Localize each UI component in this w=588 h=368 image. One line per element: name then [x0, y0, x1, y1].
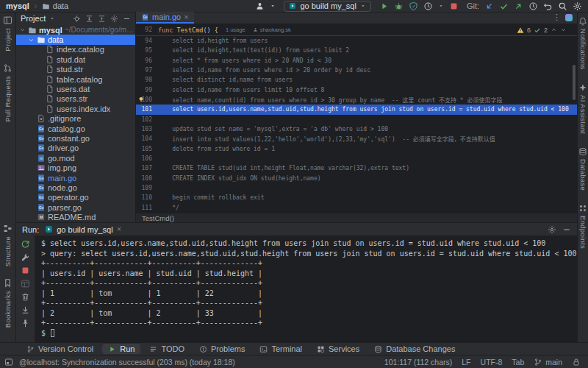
- code-line-106[interactable]: 106: [136, 154, 577, 163]
- close-icon[interactable]: ×: [184, 13, 188, 21]
- tree-item-stud-dat[interactable]: stud.dat: [16, 54, 135, 64]
- code-line-101[interactable]: 101 select users.id,users.name,stud.uid,…: [136, 105, 577, 114]
- settings-icon[interactable]: [548, 225, 556, 234]
- toolwindow-tab-database-changes[interactable]: Database Changes: [368, 344, 461, 354]
- ai-assistant-icon[interactable]: [565, 14, 573, 21]
- code-line-110[interactable]: 110 begin commit rollback exit: [136, 193, 577, 202]
- tree-item-go-mod[interactable]: mgo.mod: [16, 153, 135, 163]
- toolwindow-tab-version-control[interactable]: Version Control: [21, 344, 99, 354]
- tree-item-index-catalog[interactable]: index.catalog: [16, 45, 135, 54]
- restore-icon[interactable]: [21, 279, 30, 289]
- tool-stripe-ai-assistant[interactable]: AI Assistant: [578, 83, 587, 134]
- scrollend-icon[interactable]: [21, 305, 30, 315]
- tool-stripe-structure[interactable]: Structure: [3, 224, 12, 266]
- update-icon[interactable]: [484, 1, 494, 11]
- code-line-105[interactable]: 105 delete from stud where id = 1: [136, 144, 577, 154]
- settings-icon[interactable]: [573, 1, 582, 11]
- tool-stripe-pull-requests[interactable]: Pull Requests: [3, 63, 12, 122]
- profiler-icon[interactable]: [423, 1, 433, 11]
- tool-stripe-bookmarks[interactable]: Bookmarks: [3, 278, 12, 328]
- toolwindow-tab-todo[interactable]: TODO: [143, 344, 190, 354]
- code-line-95[interactable]: 95 select id,height,test(test(id)) from …: [136, 46, 577, 55]
- inspections-widget[interactable]: 6 2: [517, 26, 577, 34]
- settings-icon[interactable]: [110, 15, 118, 23]
- editor-scrollbar[interactable]: [573, 65, 576, 100]
- tree-item-img-png[interactable]: img.png: [16, 163, 135, 172]
- run-icon[interactable]: [379, 1, 389, 11]
- toolwindow-tab-services[interactable]: Services: [311, 344, 365, 354]
- code-line-107[interactable]: 107 CREATE TABLE stud(uid int,height Flo…: [136, 163, 577, 173]
- status-utf-8[interactable]: UTF-8: [481, 358, 503, 367]
- prev-problem-icon[interactable]: [551, 26, 557, 33]
- chevron-down-icon[interactable]: [270, 3, 276, 9]
- tree-item-data[interactable]: data: [16, 35, 135, 44]
- tree-item-constant-go[interactable]: Goconstant.go: [16, 133, 135, 143]
- tree-item-operator-go[interactable]: Gooperator.go: [16, 193, 135, 202]
- toolwindow-tab-terminal[interactable]: Terminal: [254, 344, 308, 354]
- toolwindow-tab-run[interactable]: Run: [102, 344, 140, 354]
- status-lf[interactable]: LF: [462, 358, 470, 367]
- chevron-down-icon[interactable]: [19, 26, 26, 33]
- code-line-103[interactable]: 103 update stud set name = 'mysql',extra…: [136, 124, 577, 134]
- stop-icon[interactable]: [21, 266, 30, 275]
- commit-icon[interactable]: [499, 1, 509, 11]
- status-message[interactable]: @localhost: Synchronization successful (…: [19, 358, 235, 367]
- code-editor[interactable]: 92 func TestCmd() { 1 usage shaokang.sk …: [136, 24, 577, 213]
- tree-item-main-go[interactable]: Gomain.go: [16, 173, 135, 183]
- editor-breadcrumb[interactable]: TestCmd(): [136, 213, 577, 222]
- stop-icon[interactable]: [449, 1, 459, 11]
- rollback-icon[interactable]: [543, 1, 553, 11]
- debug-icon[interactable]: [394, 1, 404, 11]
- more-options-icon[interactable]: ⋮: [553, 13, 561, 22]
- code-line-104[interactable]: 104 insert into stud values(1,22,'hello'…: [136, 134, 577, 144]
- caret-icon[interactable]: [438, 3, 444, 9]
- tree-item-catalog-go[interactable]: Gocatalog.go: [16, 124, 135, 133]
- chevron-down-icon[interactable]: [49, 15, 55, 21]
- user-menu-icon[interactable]: [255, 1, 265, 11]
- push-icon[interactable]: [514, 1, 523, 11]
- code-line-97[interactable]: 97 select id,name from users where id > …: [136, 66, 577, 75]
- wrench-icon[interactable]: [21, 252, 30, 262]
- rerun-icon[interactable]: [21, 239, 30, 249]
- tool-stripe-endpoints[interactable]: Endpoints: [578, 204, 587, 249]
- tool-stripe-notifications[interactable]: Notifications: [578, 17, 587, 70]
- code-line-111[interactable]: 111 */: [136, 203, 577, 213]
- usages-hint[interactable]: 1 usage: [226, 26, 245, 33]
- status-101-117-112-chars[interactable]: 101:117 (112 chars): [384, 358, 452, 367]
- code-line-98[interactable]: 98 select distinct id,name from users: [136, 75, 577, 85]
- tree-item-mysql[interactable]: mysql~/Documents/go/mysql: [16, 25, 135, 35]
- search-icon[interactable]: [558, 1, 567, 11]
- next-problem-icon[interactable]: [560, 26, 567, 33]
- tree-item-users-str[interactable]: users.str: [16, 94, 135, 104]
- tree-item-gitignore[interactable]: .gitignore: [16, 114, 135, 124]
- tree-item-readme-md[interactable]: MREADME.md: [16, 212, 135, 222]
- chevron-down-icon[interactable]: [28, 37, 35, 43]
- status-tab[interactable]: Tab: [512, 358, 524, 367]
- pin-icon[interactable]: [21, 319, 30, 328]
- run-console[interactable]: $ select users.id,users.name,stud.uid,st…: [35, 236, 577, 342]
- code-line-108[interactable]: 108 CREATE INDEX stud_idx ON stud(height…: [136, 174, 577, 183]
- code-line-109[interactable]: 109: [136, 183, 577, 193]
- tree-item-stud-str[interactable]: stud.str: [16, 65, 135, 74]
- run-config-selector[interactable]: go build my_sql: [284, 1, 370, 12]
- intention-bulb-icon[interactable]: [137, 96, 145, 103]
- clear-icon[interactable]: [21, 292, 30, 302]
- tool-window-switcher-icon[interactable]: [4, 358, 13, 367]
- tool-stripe-project[interactable]: Project: [3, 15, 12, 52]
- breadcrumb-folder[interactable]: data: [53, 1, 68, 10]
- code-line-100[interactable]: 100 select name,count(id) from users whe…: [136, 95, 577, 105]
- run-tab[interactable]: go build my_sql ×: [45, 225, 121, 234]
- tab-main-go[interactable]: Go main.go ×: [136, 12, 194, 24]
- tree-item-users-index-idx[interactable]: users.index.idx: [16, 104, 135, 113]
- tool-stripe-database[interactable]: Database: [578, 147, 587, 191]
- coverage-icon[interactable]: [409, 1, 418, 11]
- tree-item-parser-go[interactable]: Goparser.go: [16, 202, 135, 212]
- tree-item-node-go[interactable]: Gonode.go: [16, 183, 135, 192]
- tree-item-driver-go[interactable]: Godriver.go: [16, 144, 135, 153]
- project-panel-title[interactable]: Project: [21, 14, 46, 23]
- minimize-icon[interactable]: [123, 15, 131, 23]
- status-branch[interactable]: main: [534, 358, 562, 367]
- history-icon[interactable]: [528, 1, 538, 11]
- expand-all-icon[interactable]: [85, 15, 93, 23]
- code-line-96[interactable]: 96 select * from users where id > 20 AND…: [136, 56, 577, 66]
